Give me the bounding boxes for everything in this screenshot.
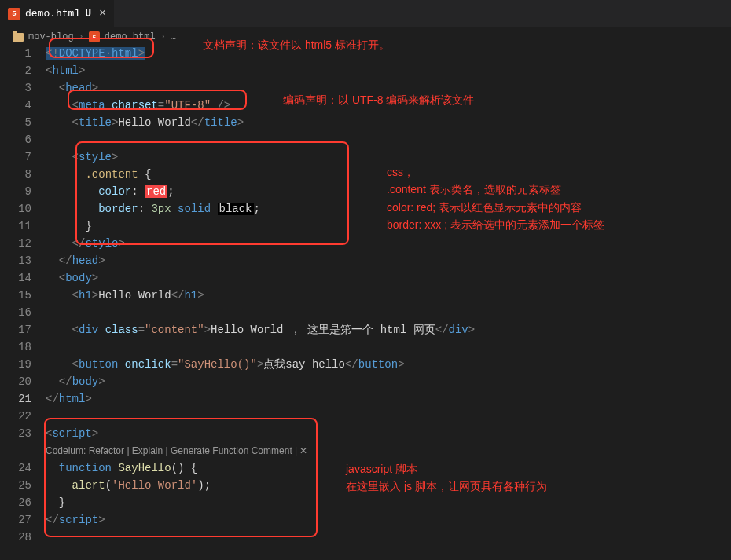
code-line[interactable]: <!DOCTYPE·html> — [46, 45, 731, 62]
code-line[interactable] — [46, 339, 731, 356]
tab-label: demo.html — [25, 8, 80, 20]
code-line[interactable]: </body> — [46, 373, 731, 390]
folder-icon — [13, 33, 24, 42]
code-line[interactable]: border: 3px solid black; — [46, 200, 731, 218]
code-line[interactable]: <style> — [46, 148, 731, 166]
code-line[interactable]: <div class="content">Hello World ， 这里是第一… — [46, 321, 731, 339]
code-line[interactable]: .content { — [46, 166, 731, 183]
html5-icon: 5 — [8, 8, 20, 20]
chevron-right-icon: › — [79, 31, 84, 42]
close-icon[interactable]: × — [99, 7, 106, 20]
code-line[interactable]: function SayHello() { — [46, 459, 731, 477]
code-line[interactable]: <html> — [46, 62, 731, 79]
editor[interactable]: 1234567891011121314151617181920212223 24… — [0, 45, 731, 546]
code-line[interactable]: <body> — [46, 269, 731, 287]
breadcrumb[interactable]: mov-blog › 5 demo.html › … — [0, 27, 731, 45]
editor-tab[interactable]: 5 demo.html U × — [0, 0, 115, 27]
code-line[interactable]: } — [46, 218, 731, 235]
code-line[interactable]: color: red; — [46, 183, 731, 200]
code-line[interactable]: </script> — [46, 511, 731, 529]
code-line[interactable] — [46, 304, 731, 321]
code-line[interactable]: </style> — [46, 235, 731, 252]
tab-bar: 5 demo.html U × — [0, 0, 731, 27]
code-line[interactable]: } — [46, 494, 731, 511]
code-line[interactable] — [46, 529, 731, 546]
html5-icon: 5 — [89, 31, 100, 42]
codelens[interactable]: Codeium: Refactor | Explain | Generate F… — [46, 442, 731, 459]
breadcrumb-file[interactable]: demo.html — [105, 31, 156, 42]
code-line[interactable]: alert('Hello World'); — [46, 477, 731, 494]
code-line[interactable]: <meta charset="UTF-8" /> — [46, 97, 731, 114]
line-gutter: 1234567891011121314151617181920212223 24… — [0, 45, 46, 546]
code-line[interactable]: <head> — [46, 79, 731, 97]
breadcrumb-folder[interactable]: mov-blog — [28, 31, 74, 42]
breadcrumb-more[interactable]: … — [171, 31, 176, 42]
code-line[interactable]: <script> — [46, 425, 731, 442]
code-line[interactable] — [46, 408, 731, 425]
code-line[interactable]: </head> — [46, 252, 731, 269]
code-line[interactable]: <title>Hello World</title> — [46, 114, 731, 131]
chevron-right-icon: › — [160, 31, 166, 42]
code-line[interactable]: <h1>Hello World</h1> — [46, 287, 731, 304]
code-line[interactable]: </html> — [46, 390, 731, 408]
code-line[interactable] — [46, 131, 731, 148]
code-line[interactable]: <button onclick="SayHello()">点我say hello… — [46, 356, 731, 373]
code-area[interactable]: <!DOCTYPE·html> <html> <head> <meta char… — [46, 45, 731, 546]
tab-modified-status: U — [85, 8, 91, 20]
